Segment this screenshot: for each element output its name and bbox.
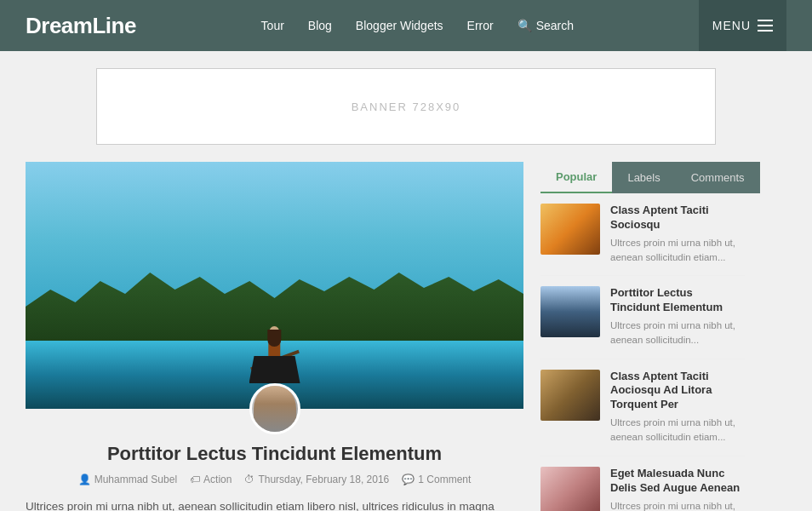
meta-date: ⏱ Thursday, February 18, 2016 <box>244 474 389 485</box>
list-item: Eget Malesuada Nunc Delis Sed Augue Aene… <box>540 456 745 511</box>
meta-comments: 💬 1 Comment <box>402 474 471 485</box>
search-label: Search <box>536 19 574 32</box>
article: Porttitor Lectus Tincidunt Elementum 👤 M… <box>26 162 523 511</box>
banner-container: BANNER 728X90 <box>0 51 812 162</box>
main-container: Porttitor Lectus Tincidunt Elementum 👤 M… <box>0 162 812 511</box>
sidebar-item-text: Eget Malesuada Nunc Delis Sed Augue Aene… <box>610 467 745 511</box>
tab-comments[interactable]: Comments <box>676 162 760 193</box>
meta-author: 👤 Muhammad Subel <box>78 474 177 485</box>
hamburger-icon <box>758 20 773 32</box>
sidebar-item-image <box>540 204 600 255</box>
sidebar-item-excerpt: Ultrces proin mi urna nibh ut, aenean so… <box>610 499 745 511</box>
sidebar-item-image <box>540 286 600 337</box>
list-item: Porttitor Lectus Tincidunt Elementum Ult… <box>540 276 745 359</box>
nav-links: Tour Blog Blogger Widgets Error 🔍 Search <box>261 19 574 32</box>
logo[interactable]: DreamLine <box>26 13 136 39</box>
sidebar-item-text: Class Aptent Taciti Aociosqu Ad Litora T… <box>610 370 745 445</box>
tag-icon: 🏷 <box>190 474 200 485</box>
person-head <box>269 326 279 338</box>
nav-item-error[interactable]: Error <box>467 19 494 32</box>
author-avatar <box>249 383 300 434</box>
menu-button[interactable]: MENU <box>699 0 786 51</box>
article-image <box>26 162 523 409</box>
menu-label: MENU <box>712 19 751 32</box>
list-item: Class Aptent Taciti Sociosqu Ultrces pro… <box>540 193 745 276</box>
banner[interactable]: BANNER 728X90 <box>96 68 716 145</box>
nav-item-blog[interactable]: Blog <box>308 19 332 32</box>
person-icon: 👤 <box>78 474 91 485</box>
sidebar-items: Class Aptent Taciti Sociosqu Ultrces pro… <box>540 193 745 511</box>
header: DreamLine Tour Blog Blogger Widgets Erro… <box>0 0 812 51</box>
banner-text: BANNER 728X90 <box>352 100 461 113</box>
sidebar: Popular Labels Comments Class Aptent Tac… <box>540 162 745 511</box>
avatar-image <box>254 385 296 432</box>
sidebar-item-text: Class Aptent Taciti Sociosqu Ultrces pro… <box>610 204 745 265</box>
person-hair <box>267 330 281 347</box>
sidebar-item-title[interactable]: Class Aptent Taciti Aociosqu Ad Litora T… <box>610 370 745 413</box>
sidebar-item-excerpt: Ultrces proin mi urna nibh ut, aenean so… <box>610 236 745 266</box>
list-item: Class Aptent Taciti Aociosqu Ad Litora T… <box>540 359 745 456</box>
nav-link-tour[interactable]: Tour <box>261 19 284 32</box>
sidebar-item-title[interactable]: Porttitor Lectus Tincidunt Elementum <box>610 286 745 315</box>
nav: Tour Blog Blogger Widgets Error 🔍 Search <box>261 19 574 32</box>
sidebar-item-image <box>540 370 600 421</box>
article-meta: 👤 Muhammad Subel 🏷 Action ⏱ Thursday, Fe… <box>26 474 523 485</box>
sidebar-item-title[interactable]: Class Aptent Taciti Sociosqu <box>610 204 745 233</box>
sidebar-item-title[interactable]: Eget Malesuada Nunc Delis Sed Augue Aene… <box>610 467 745 496</box>
content-area: Porttitor Lectus Tincidunt Elementum 👤 M… <box>26 162 523 511</box>
clock-icon: ⏱ <box>244 474 254 485</box>
article-content: Ultrices proin mi urna nibh ut, aenean s… <box>26 497 523 511</box>
article-image-wrapper <box>26 162 523 409</box>
tab-labels[interactable]: Labels <box>612 162 675 193</box>
search-icon: 🔍 <box>518 19 532 32</box>
sidebar-item-image <box>540 467 600 511</box>
sidebar-item-excerpt: Ultrces proin mi urna nibh ut, aenean so… <box>610 416 745 445</box>
sidebar-item-excerpt: Ultrces proin mi urna nibh ut, aenean so… <box>610 319 745 348</box>
nav-link-widgets[interactable]: Blogger Widgets <box>356 19 443 32</box>
meta-category: 🏷 Action <box>190 474 232 485</box>
nav-item-tour[interactable]: Tour <box>261 19 284 32</box>
nav-link-error[interactable]: Error <box>467 19 494 32</box>
nav-item-widgets[interactable]: Blogger Widgets <box>356 19 443 32</box>
article-title: Porttitor Lectus Tincidunt Elementum <box>26 443 523 465</box>
tab-popular[interactable]: Popular <box>540 162 612 193</box>
sidebar-item-text: Porttitor Lectus Tincidunt Elementum Ult… <box>610 286 745 347</box>
nav-link-blog[interactable]: Blog <box>308 19 332 32</box>
comment-icon: 💬 <box>402 474 415 485</box>
sidebar-tabs: Popular Labels Comments <box>540 162 745 193</box>
nav-item-search[interactable]: 🔍 Search <box>518 19 574 32</box>
